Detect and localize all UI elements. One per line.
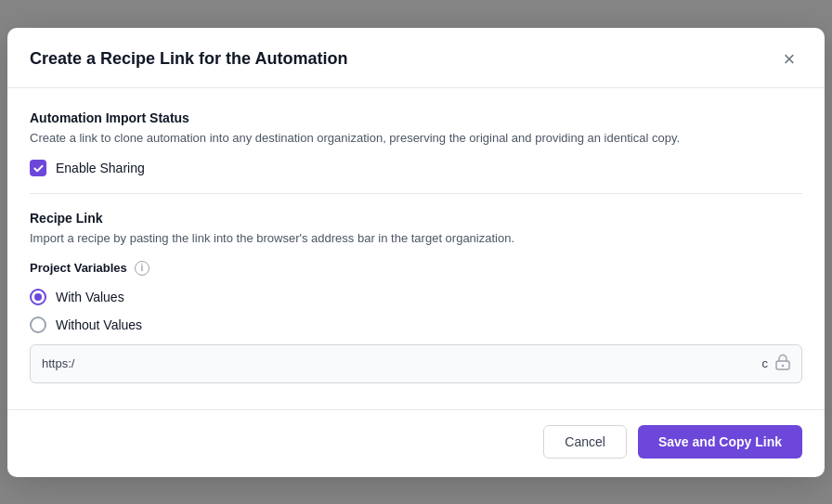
modal-overlay: Create a Recipe Link for the Automation … <box>0 0 832 504</box>
save-copy-link-button[interactable]: Save and Copy Link <box>638 425 802 459</box>
project-variables-row: Project Variables i <box>30 261 802 276</box>
enable-sharing-checkbox[interactable] <box>30 160 46 176</box>
info-icon[interactable]: i <box>135 261 150 276</box>
url-value: https:/ <box>42 356 762 370</box>
recipe-link-title: Recipe Link <box>30 211 802 226</box>
modal-body: Automation Import Status Create a link t… <box>7 88 825 398</box>
modal-footer: Cancel Save and Copy Link <box>7 409 825 477</box>
svg-point-1 <box>782 364 784 366</box>
section-divider <box>30 193 802 194</box>
with-values-row: With Values <box>30 289 802 305</box>
without-values-row: Without Values <box>30 317 802 333</box>
cancel-button[interactable]: Cancel <box>543 425 627 459</box>
url-suffix: c <box>762 356 769 370</box>
recipe-link-description: Import a recipe by pasting the link into… <box>30 229 802 248</box>
automation-import-title: Automation Import Status <box>30 110 802 125</box>
without-values-radio[interactable] <box>30 317 46 333</box>
enable-sharing-row: Enable Sharing <box>30 160 802 176</box>
modal-dialog: Create a Recipe Link for the Automation … <box>7 28 825 477</box>
checkmark-icon <box>33 163 44 174</box>
modal-header: Create a Recipe Link for the Automation … <box>7 28 825 88</box>
without-values-label: Without Values <box>56 317 142 332</box>
enable-sharing-label: Enable Sharing <box>56 161 145 175</box>
radio-dot <box>34 293 42 301</box>
recipe-link-section: Recipe Link Import a recipe by pasting t… <box>30 211 802 383</box>
close-button[interactable]: × <box>776 46 802 72</box>
url-field: https:/ c <box>30 344 802 383</box>
with-values-label: With Values <box>56 290 124 304</box>
project-variables-label: Project Variables <box>30 261 127 275</box>
modal-title: Create a Recipe Link for the Automation <box>30 49 347 69</box>
with-values-radio[interactable] <box>30 289 46 305</box>
automation-import-description: Create a link to clone automation into a… <box>30 129 802 148</box>
automation-import-section: Automation Import Status Create a link t… <box>30 110 802 177</box>
lock-icon <box>775 354 790 374</box>
